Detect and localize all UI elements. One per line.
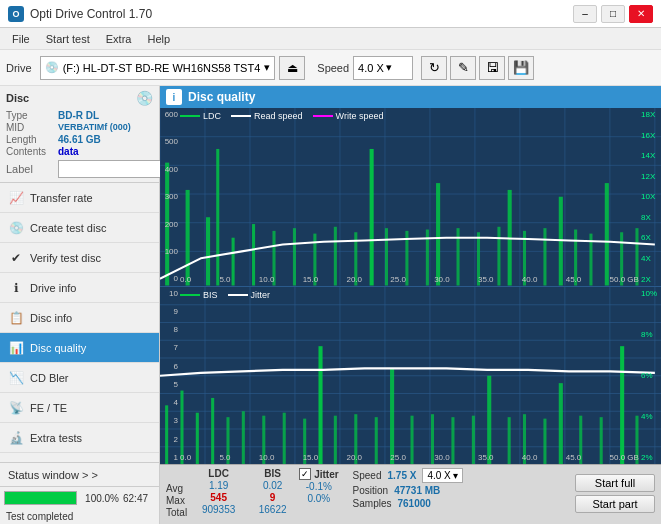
chart-top-x-labels: 0.0 5.0 10.0 15.0 20.0 25.0 30.0 35.0 40… <box>180 275 639 284</box>
x-label-5: 5.0 <box>219 275 230 284</box>
disc-info-icon: 📋 <box>8 310 24 326</box>
disc-length-field: Length 46.61 GB <box>6 134 153 145</box>
sidebar-item-disc-quality[interactable]: 📊 Disc quality <box>0 333 159 363</box>
content-area: i Disc quality <box>160 86 661 524</box>
progress-bar <box>4 491 77 505</box>
controls-row1: Avg Max Total LDC 1.19 545 909353 BIS 0.… <box>166 468 655 518</box>
read-speed-legend-label: Read speed <box>254 111 303 121</box>
jitter-checkbox[interactable]: ✓ <box>299 468 311 480</box>
speed-select[interactable]: 4.0 X ▾ <box>422 468 462 483</box>
speed-selector[interactable]: 4.0 X ▾ <box>353 56 413 80</box>
read-speed-legend: Read speed <box>231 111 303 121</box>
disc-length-label: Length <box>6 134 58 145</box>
titlebar: O Opti Drive Control 1.70 – □ ✕ <box>0 0 661 28</box>
x-label-20: 20.0 <box>346 275 362 284</box>
save-button[interactable]: 💾 <box>508 56 534 80</box>
disc-mid-label: MID <box>6 122 58 133</box>
ldc-total: 909353 <box>202 504 235 515</box>
charts-container: LDC Read speed Write speed 600 500 400 <box>160 108 661 464</box>
y2-label-4: 4 <box>160 398 178 407</box>
sidebar-item-drive-info[interactable]: ℹ Drive info <box>0 273 159 303</box>
speed-position-section: Speed 1.75 X 4.0 X ▾ Position 47731 MB <box>353 468 463 509</box>
disc-label-row: Label 🔍 <box>6 160 153 178</box>
disc-quality-title: Disc quality <box>188 90 255 104</box>
jitter-legend-label: Jitter <box>251 290 271 300</box>
jitter-max: 0.0% <box>299 493 338 504</box>
disc-quality-header: i Disc quality <box>160 86 661 108</box>
menu-file[interactable]: File <box>4 31 38 47</box>
start-part-button[interactable]: Start part <box>575 495 655 513</box>
y-right-12x: 12X <box>639 172 661 181</box>
y2-right-4pct: 4% <box>639 412 661 421</box>
jitter-legend-color <box>228 294 248 296</box>
ldc-legend-color <box>180 115 200 117</box>
x2-label-35: 35.0 <box>478 453 494 462</box>
x-label-25: 25.0 <box>390 275 406 284</box>
speed-select-value: 4.0 X <box>427 470 450 481</box>
maximize-button[interactable]: □ <box>601 5 625 23</box>
sidebar-item-label-disc-info: Disc info <box>30 312 72 324</box>
jitter-checkbox-row[interactable]: ✓ Jitter <box>299 468 338 480</box>
disc-type-label: Type <box>6 110 58 121</box>
sidebar-item-verify-test-disc[interactable]: ✔ Verify test disc <box>0 243 159 273</box>
y-right-18x: 18X <box>639 110 661 119</box>
y2-label-2: 2 <box>160 435 178 444</box>
samples-label: Samples <box>353 498 392 509</box>
y-label-300: 300 <box>160 192 178 201</box>
ldc-legend-label: LDC <box>203 111 221 121</box>
sidebar-item-label-cd-bler: CD Bler <box>30 372 69 384</box>
app-title: Opti Drive Control 1.70 <box>30 7 573 21</box>
minimize-button[interactable]: – <box>573 5 597 23</box>
start-full-button[interactable]: Start full <box>575 474 655 492</box>
drive-info-icon: ℹ <box>8 280 24 296</box>
chart-bottom-x-labels: 0.0 5.0 10.0 15.0 20.0 25.0 30.0 35.0 40… <box>180 453 639 462</box>
close-button[interactable]: ✕ <box>629 5 653 23</box>
disc-quality-icon: 📊 <box>8 340 24 356</box>
jitter-legend: Jitter <box>228 290 271 300</box>
max-label: Max <box>166 495 187 506</box>
svg-rect-85 <box>487 375 491 464</box>
y2-label-6: 6 <box>160 362 178 371</box>
sidebar-item-transfer-rate[interactable]: 📈 Transfer rate <box>0 183 159 213</box>
status-window-button[interactable]: Status window > > <box>0 463 159 487</box>
chart-bottom-y-labels-left: 10 9 8 7 6 5 4 3 2 1 <box>160 287 180 465</box>
x2-label-0: 0.0 <box>180 453 191 462</box>
ldc-legend: LDC <box>180 111 221 121</box>
sidebar-item-disc-info[interactable]: 📋 Disc info <box>0 303 159 333</box>
x-label-30: 30.0 <box>434 275 450 284</box>
x-label-10: 10.0 <box>259 275 275 284</box>
x-label-15: 15.0 <box>303 275 319 284</box>
y-right-6x: 6X <box>639 233 661 242</box>
y-right-16x: 16X <box>639 131 661 140</box>
menu-extra[interactable]: Extra <box>98 31 140 47</box>
menu-help[interactable]: Help <box>139 31 178 47</box>
fe-te-icon: 📡 <box>8 400 24 416</box>
menu-start-test[interactable]: Start test <box>38 31 98 47</box>
y-label-100: 100 <box>160 247 178 256</box>
svg-rect-19 <box>186 190 190 286</box>
sidebar-item-cd-bler[interactable]: 📉 CD Bler <box>0 363 159 393</box>
chart-bottom-legend: BIS Jitter <box>180 290 270 300</box>
x2-label-25: 25.0 <box>390 453 406 462</box>
save-disc-button[interactable]: 🖫 <box>479 56 505 80</box>
eject-button[interactable]: ⏏ <box>279 56 305 80</box>
svg-rect-29 <box>370 149 374 286</box>
y-right-2x: 2X <box>639 275 661 284</box>
x2-label-5: 5.0 <box>219 453 230 462</box>
y-label-500: 500 <box>160 137 178 146</box>
disc-type-value: BD-R DL <box>58 110 99 121</box>
sidebar-item-create-test-disc[interactable]: 💿 Create test disc <box>0 213 159 243</box>
chart-bottom-y-labels-right: 10% 8% 6% 4% 2% <box>639 287 661 465</box>
sidebar-item-fe-te[interactable]: 📡 FE / TE <box>0 393 159 423</box>
edit-button[interactable]: ✎ <box>450 56 476 80</box>
bis-legend-color <box>180 294 200 296</box>
sidebar-item-extra-tests[interactable]: 🔬 Extra tests <box>0 423 159 453</box>
x-label-0: 0.0 <box>180 275 191 284</box>
stats-labels-col: Avg Max Total <box>166 468 187 518</box>
position-row: Position 47731 MB <box>353 485 463 496</box>
speed-label: Speed <box>317 62 349 74</box>
drive-selector[interactable]: 💿 (F:) HL-DT-ST BD-RE WH16NS58 TST4 ▾ <box>40 56 276 80</box>
samples-row: Samples 761000 <box>353 498 463 509</box>
refresh-button[interactable]: ↻ <box>421 56 447 80</box>
y2-label-8: 8 <box>160 325 178 334</box>
